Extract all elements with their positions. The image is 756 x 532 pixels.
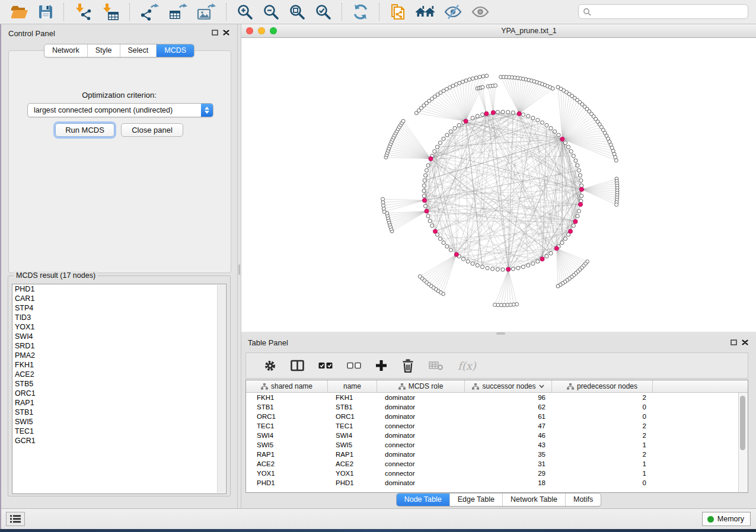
table-row[interactable]: SWI4SWI4dominator462 — [246, 431, 748, 440]
graph-node[interactable] — [576, 214, 579, 218]
close-panel-icon[interactable] — [742, 339, 748, 345]
graph-node[interactable] — [426, 214, 430, 218]
optimization-criterion-select[interactable]: largest connected component (undirected) — [27, 103, 213, 117]
mcds-result-item[interactable]: PHD1 — [12, 284, 226, 294]
memory-button[interactable]: Memory — [702, 512, 751, 526]
graph-node[interactable] — [527, 264, 530, 267]
import-network-icon[interactable] — [69, 2, 97, 22]
graph-node[interactable] — [423, 174, 427, 177]
network-window-titlebar[interactable]: YPA_prune.txt_1 — [241, 24, 756, 38]
add-icon[interactable] — [368, 360, 394, 371]
graph-leaf-node[interactable] — [485, 74, 489, 78]
delete-icon[interactable] — [394, 359, 422, 373]
graph-node[interactable] — [445, 245, 449, 248]
graph-node[interactable] — [576, 164, 579, 167]
run-mcds-button[interactable]: Run MCDS — [55, 123, 114, 137]
graph-node[interactable] — [572, 154, 575, 158]
graph-node[interactable] — [531, 262, 535, 265]
graph-node[interactable] — [449, 130, 452, 133]
graph-node[interactable] — [422, 194, 426, 198]
deselect-all-icon[interactable] — [340, 360, 368, 371]
graph-node[interactable] — [563, 141, 567, 145]
graph-leaf-node[interactable] — [478, 75, 481, 79]
graph-node[interactable] — [516, 266, 520, 270]
graph-node[interactable] — [445, 133, 449, 137]
zoom-out-icon[interactable] — [258, 2, 284, 22]
graph-node[interactable] — [496, 268, 499, 271]
graph-node[interactable] — [480, 265, 484, 268]
mcds-hub-node[interactable] — [422, 198, 426, 203]
table-row[interactable]: ACE2ACE2connector311 — [246, 459, 748, 469]
mcds-hub-node[interactable] — [484, 111, 489, 116]
select-all-icon[interactable] — [311, 360, 340, 371]
import-table-icon[interactable] — [97, 2, 124, 22]
graph-leaf-node[interactable] — [481, 85, 484, 89]
search-box[interactable] — [578, 4, 748, 19]
splitter-handle[interactable] — [496, 332, 505, 335]
mcds-result-item[interactable]: TEC1 — [12, 427, 226, 436]
graph-node[interactable] — [453, 126, 457, 130]
mcds-result-item[interactable]: ORC1 — [12, 389, 226, 398]
export-network-icon[interactable] — [135, 2, 164, 22]
scrollbar-thumb[interactable] — [740, 396, 745, 450]
graph-node[interactable] — [435, 145, 439, 149]
tab-select[interactable]: Select — [120, 44, 157, 57]
tab-style[interactable]: Style — [87, 44, 120, 57]
mcds-hub-node[interactable] — [568, 229, 572, 233]
graph-node[interactable] — [430, 224, 434, 227]
graph-node[interactable] — [563, 237, 567, 241]
table-row[interactable]: STB1STB1dominator620 — [246, 402, 748, 412]
graph-node[interactable] — [466, 259, 470, 263]
column-header-predecessor-nodes[interactable]: predecessor nodes — [552, 380, 653, 392]
graph-node[interactable] — [476, 264, 479, 267]
table-row[interactable]: PHD1PHD1dominator180 — [246, 478, 748, 488]
split-view-icon[interactable] — [283, 360, 311, 371]
mcds-hub-node[interactable] — [579, 187, 583, 191]
home-icon[interactable] — [411, 2, 439, 22]
mcds-result-item[interactable]: CAR1 — [12, 294, 226, 303]
graph-node[interactable] — [531, 116, 535, 120]
open-icon[interactable] — [6, 2, 33, 22]
graph-node[interactable] — [545, 123, 548, 127]
list-scrollbar[interactable] — [217, 285, 225, 493]
graph-node[interactable] — [536, 118, 540, 122]
show-selected-icon[interactable] — [467, 2, 494, 22]
graph-node[interactable] — [580, 184, 583, 187]
graph-node[interactable] — [549, 251, 553, 255]
graph-node[interactable] — [579, 179, 583, 182]
table-row[interactable]: ORC1ORC1dominator610 — [246, 412, 748, 421]
graph-node[interactable] — [476, 114, 479, 118]
graph-node[interactable] — [491, 267, 495, 271]
table-scrollbar[interactable] — [738, 393, 748, 492]
graph-node[interactable] — [423, 204, 427, 208]
refresh-icon[interactable] — [347, 2, 374, 22]
vertical-splitter[interactable] — [237, 24, 241, 508]
mcds-hub-node[interactable] — [578, 202, 582, 206]
graph-leaf-node[interactable] — [418, 275, 422, 278]
graph-node[interactable] — [471, 116, 474, 120]
graph-node[interactable] — [521, 265, 525, 268]
tab-motifs[interactable]: Motifs — [565, 493, 601, 506]
mcds-result-item[interactable]: GCR1 — [12, 436, 226, 446]
save-icon[interactable] — [33, 2, 58, 22]
graph-node[interactable] — [501, 268, 505, 271]
graph-node[interactable] — [471, 262, 474, 265]
mcds-hub-node[interactable] — [506, 267, 511, 271]
graph-node[interactable] — [438, 237, 442, 241]
table-row[interactable]: SWI5SWI5connector431 — [246, 440, 748, 450]
export-table-icon[interactable] — [164, 2, 192, 22]
graph-node[interactable] — [486, 266, 489, 270]
share-document-icon[interactable] — [385, 2, 411, 22]
graph-leaf-node[interactable] — [464, 79, 468, 82]
network-graph[interactable] — [241, 38, 756, 332]
mcds-hub-node[interactable] — [517, 111, 521, 116]
graph-node[interactable] — [521, 113, 525, 116]
close-panel-icon[interactable] — [223, 30, 229, 36]
column-header-MCDS-role[interactable]: MCDS role — [377, 380, 465, 392]
graph-node[interactable] — [578, 174, 582, 177]
mcds-hub-node[interactable] — [573, 219, 578, 223]
graph-node[interactable] — [553, 130, 557, 133]
graph-leaf-node[interactable] — [615, 203, 618, 207]
mcds-result-item[interactable]: SWI5 — [12, 417, 226, 427]
mcds-result-item[interactable]: ACE2 — [12, 370, 226, 379]
